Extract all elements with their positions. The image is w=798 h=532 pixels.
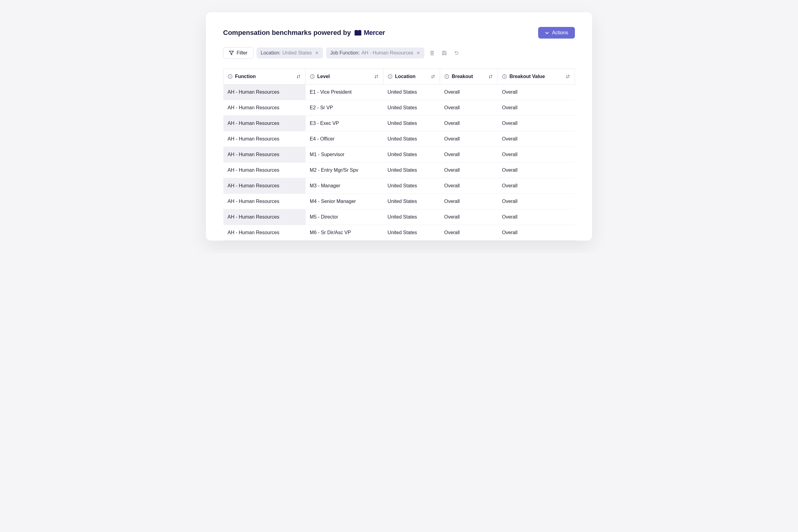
cell-function: AH - Human Resources: [223, 131, 306, 147]
column-header-label: Breakout Value: [509, 74, 545, 79]
filter-chip[interactable]: Location: United States✕: [256, 48, 323, 58]
undo-icon: [454, 50, 459, 56]
filter-chip-label: Location:: [261, 50, 281, 56]
cell-level: E2 - Sr VP: [306, 100, 383, 116]
cell-breakout_value: Overall: [498, 116, 575, 131]
page-title: Compensation benchmarks powered by: [223, 29, 351, 37]
column-header-label: Breakout: [452, 74, 473, 79]
filter-chip-value: United States: [283, 50, 312, 56]
column-header[interactable]: Function: [223, 69, 306, 84]
cell-level: M6 - Sr Dir/Asc VP: [306, 225, 383, 241]
column-header[interactable]: Level: [306, 69, 383, 84]
filter-icon: [229, 51, 234, 55]
column-header-label: Level: [317, 74, 330, 79]
cell-breakout_value: Overall: [498, 209, 575, 225]
cell-breakout_value: Overall: [498, 163, 575, 178]
benchmarks-table: FunctionLevelLocationBreakoutBreakout Va…: [223, 69, 575, 241]
filter-button[interactable]: Filter: [223, 47, 253, 59]
filter-chip[interactable]: Job Function: AH - Human Resources✕: [326, 48, 424, 58]
cell-level: E3 - Exec VP: [306, 116, 383, 131]
save-filters-button[interactable]: [440, 49, 449, 58]
table-row[interactable]: AH - Human ResourcesM4 - Senior ManagerU…: [223, 194, 575, 209]
filter-chip-label: Job Function:: [330, 50, 360, 56]
cell-location: United States: [383, 116, 440, 131]
title-wrap: Compensation benchmarks powered by Merce…: [223, 29, 385, 37]
cell-level: M4 - Senior Manager: [306, 194, 383, 209]
cell-level: E1 - Vice President: [306, 84, 383, 100]
table-row[interactable]: AH - Human ResourcesM6 - Sr Dir/Asc VPUn…: [223, 225, 575, 241]
delete-filters-button[interactable]: [428, 49, 437, 58]
table-row[interactable]: AH - Human ResourcesM1 - SupervisorUnite…: [223, 147, 575, 163]
cell-location: United States: [383, 225, 440, 241]
cell-breakout: Overall: [440, 147, 498, 163]
cell-breakout_value: Overall: [498, 147, 575, 163]
table-row[interactable]: AH - Human ResourcesM2 - Entry Mgr/Sr Sp…: [223, 163, 575, 178]
cell-breakout_value: Overall: [498, 178, 575, 194]
cell-level: M3 - Manager: [306, 178, 383, 194]
column-header[interactable]: Breakout: [440, 69, 498, 84]
column-header[interactable]: Breakout Value: [498, 69, 575, 84]
svg-marker-0: [229, 51, 234, 55]
info-icon: [388, 74, 393, 79]
mercer-mark-icon: [354, 30, 362, 36]
cell-breakout: Overall: [440, 178, 498, 194]
column-header[interactable]: Location: [383, 69, 440, 84]
close-icon[interactable]: ✕: [416, 51, 420, 55]
sort-icon[interactable]: [565, 74, 570, 79]
cell-location: United States: [383, 84, 440, 100]
svg-point-3: [230, 75, 230, 76]
save-icon: [441, 50, 447, 56]
close-icon[interactable]: ✕: [315, 51, 319, 55]
benchmarks-card: Compensation benchmarks powered by Merce…: [206, 12, 592, 241]
cell-location: United States: [383, 178, 440, 194]
filter-chip-value: AH - Human Resources: [362, 50, 413, 56]
cell-location: United States: [383, 209, 440, 225]
svg-point-6: [312, 75, 313, 76]
cell-function: AH - Human Resources: [223, 178, 306, 194]
cell-breakout: Overall: [440, 84, 498, 100]
sort-icon[interactable]: [296, 74, 301, 79]
cell-breakout: Overall: [440, 194, 498, 209]
header-row: Compensation benchmarks powered by Merce…: [223, 27, 575, 39]
svg-point-9: [390, 75, 390, 76]
actions-button[interactable]: Actions: [538, 27, 575, 39]
info-icon: [502, 74, 507, 79]
filter-row: Filter Location: United States✕Job Funct…: [223, 47, 575, 59]
table-row[interactable]: AH - Human ResourcesE4 - OfficerUnited S…: [223, 131, 575, 147]
cell-breakout: Overall: [440, 116, 498, 131]
table-row[interactable]: AH - Human ResourcesM5 - DirectorUnited …: [223, 209, 575, 225]
trash-icon: [429, 50, 435, 56]
svg-point-15: [504, 75, 505, 76]
filter-button-label: Filter: [237, 50, 248, 56]
cell-breakout: Overall: [440, 100, 498, 116]
sort-icon[interactable]: [374, 74, 379, 79]
cell-level: M1 - Supervisor: [306, 147, 383, 163]
table-row[interactable]: AH - Human ResourcesM3 - ManagerUnited S…: [223, 178, 575, 194]
table-row[interactable]: AH - Human ResourcesE1 - Vice PresidentU…: [223, 84, 575, 100]
column-header-label: Location: [395, 74, 416, 79]
cell-breakout: Overall: [440, 225, 498, 241]
sort-icon[interactable]: [431, 74, 435, 79]
table-row[interactable]: AH - Human ResourcesE2 - Sr VPUnited Sta…: [223, 100, 575, 116]
cell-function: AH - Human Resources: [223, 225, 306, 241]
actions-button-label: Actions: [552, 30, 568, 36]
cell-level: M2 - Entry Mgr/Sr Spv: [306, 163, 383, 178]
cell-breakout: Overall: [440, 163, 498, 178]
cell-function: AH - Human Resources: [223, 116, 306, 131]
cell-location: United States: [383, 100, 440, 116]
cell-location: United States: [383, 194, 440, 209]
cell-breakout_value: Overall: [498, 194, 575, 209]
cell-function: AH - Human Resources: [223, 163, 306, 178]
cell-location: United States: [383, 147, 440, 163]
reset-filters-button[interactable]: [452, 49, 461, 58]
cell-breakout: Overall: [440, 131, 498, 147]
cell-level: M5 - Director: [306, 209, 383, 225]
info-icon: [228, 74, 233, 79]
cell-breakout_value: Overall: [498, 84, 575, 100]
cell-breakout_value: Overall: [498, 100, 575, 116]
cell-location: United States: [383, 163, 440, 178]
table-row[interactable]: AH - Human ResourcesE3 - Exec VPUnited S…: [223, 116, 575, 131]
info-icon: [445, 74, 449, 79]
column-header-label: Function: [235, 74, 256, 79]
sort-icon[interactable]: [488, 74, 493, 79]
